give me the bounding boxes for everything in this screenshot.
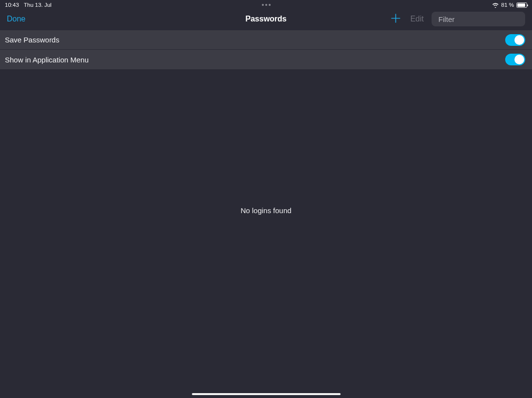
setting-show-in-menu: Show in Application Menu bbox=[0, 50, 532, 69]
search-input[interactable] bbox=[438, 15, 531, 23]
setting-label: Show in Application Menu bbox=[5, 56, 89, 64]
ellipsis-icon[interactable] bbox=[262, 4, 271, 6]
done-button[interactable]: Done bbox=[7, 15, 25, 23]
status-right: 81 % bbox=[492, 2, 527, 8]
search-field[interactable] bbox=[432, 12, 525, 26]
edit-button[interactable]: Edit bbox=[410, 15, 424, 23]
wifi-icon bbox=[492, 2, 499, 8]
home-indicator[interactable] bbox=[192, 393, 340, 395]
setting-save-passwords: Save Passwords bbox=[0, 30, 532, 50]
plus-icon bbox=[391, 14, 400, 23]
settings-list: Save Passwords Show in Application Menu bbox=[0, 30, 532, 69]
empty-message: No logins found bbox=[240, 206, 291, 398]
empty-state: No logins found bbox=[0, 69, 532, 398]
status-time: 10:43 bbox=[5, 2, 19, 8]
status-left: 10:43 Thu 13. Jul bbox=[5, 2, 52, 8]
toggle-save-passwords[interactable] bbox=[505, 34, 525, 46]
status-date: Thu 13. Jul bbox=[24, 2, 52, 8]
page-title: Passwords bbox=[245, 15, 286, 23]
status-bar: 10:43 Thu 13. Jul 81 % bbox=[0, 0, 532, 10]
toggle-show-in-menu[interactable] bbox=[505, 54, 525, 65]
add-button[interactable] bbox=[389, 12, 402, 26]
battery-icon bbox=[516, 2, 527, 8]
nav-bar: Done Passwords Edit bbox=[0, 10, 532, 28]
battery-percent: 81 % bbox=[501, 2, 514, 8]
setting-label: Save Passwords bbox=[5, 36, 59, 44]
